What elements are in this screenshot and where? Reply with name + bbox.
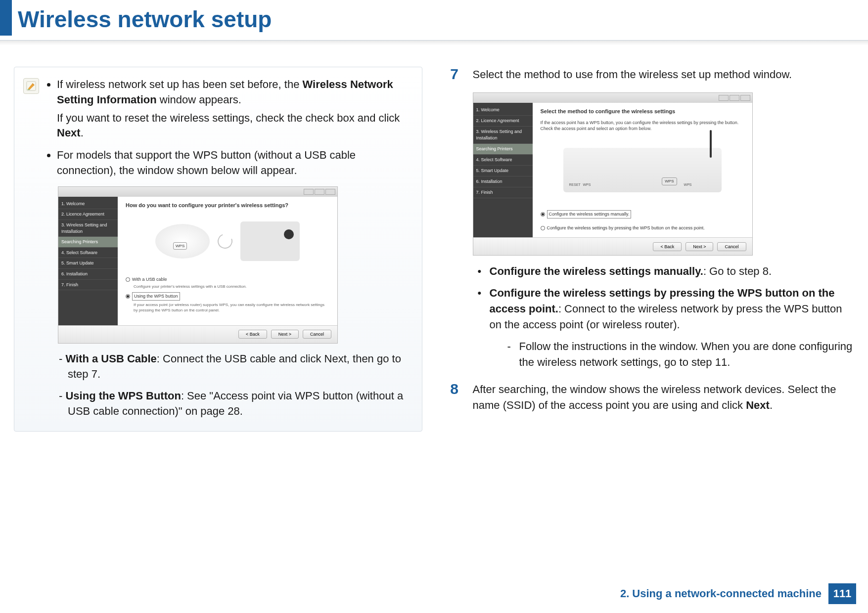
wizard-step-item: 3. Wireless Setting and Installation [58,220,118,237]
close-icon [740,95,750,101]
wizard-step-item: 7. Finish [58,280,118,291]
wizard-titlebar [473,93,752,103]
svg-rect-1 [28,89,30,89]
next-button: Next > [271,330,299,339]
note-bullet-2: For models that support the WPS button (… [57,148,413,178]
wizard-step-item-active: Searching Printers [58,237,118,248]
wizard-step-item: 4. Select Software [473,155,533,166]
step-7-bullet-manual: Configure the wireless settings manually… [473,263,855,279]
wizard-step-item: 5. Smart Update [58,258,118,269]
wizard-step-item: 1. Welcome [58,199,118,210]
note-icon [23,78,39,94]
note-bullet-1: If wireless network set up has been set … [57,77,413,141]
wizard-radio-press-wps: Configure the wireless settings by press… [541,225,744,231]
wizard-device-illustration: RESET WPS WPS WPS [541,138,744,202]
cancel-button: Cancel [303,330,331,339]
step-number: 7 [446,67,463,82]
printer-icon: WPS [240,221,300,261]
header-divider [0,41,868,45]
wizard-screenshot-2: 1. Welcome 2. Licence Agreement 3. Wirel… [473,92,753,256]
wizard-screenshot-1: 1. Welcome 2. Licence Agreement 3. Wirel… [58,186,338,344]
sub-item-wps: Using the WPS Button: See "Access point … [68,389,413,419]
content-columns: If wireless network set up has been set … [0,47,868,432]
wizard-side-steps: 1. Welcome 2. Licence Agreement 3. Wirel… [58,197,118,325]
wizard-step-item: 3. Wireless Setting and Installation [473,127,533,144]
refresh-icon [215,231,235,251]
wizard-device-illustration: WPS WPS [126,214,329,268]
minimize-icon [304,189,314,195]
wizard-step-item: 4. Select Software [58,248,118,259]
step-8: 8 After searching, the window shows the … [446,382,855,413]
wizard-step-item: 2. Licence Agreement [473,116,533,127]
page-number: 111 [828,583,856,604]
sub-item-usb: With a USB Cable: Connect the USB cable … [68,351,413,382]
step-7-dash-item: Follow the instructions in the window. W… [490,339,855,370]
wizard-step-item: 6. Installation [473,176,533,187]
step-7-intro: Select the method to use from the wirele… [473,67,855,83]
left-column: If wireless network set up has been set … [14,67,422,432]
radio-selected-icon [126,294,130,299]
page-header: Wireless network setup [0,0,868,47]
note-body: If wireless network set up has been set … [46,76,413,419]
note-block: If wireless network set up has been set … [14,67,422,432]
wizard-step-item: 7. Finish [473,187,533,198]
wizard-step-item: 5. Smart Update [473,166,533,176]
radio-icon [541,226,545,230]
step-7-bullets: Configure the wireless settings manually… [473,263,855,370]
wizard-heading: Select the method to configure the wirel… [541,108,744,116]
router-icon: WPS [155,224,210,259]
close-icon [325,189,335,195]
wizard-radio-usb: With a USB cable Configure your printer'… [126,276,329,289]
maximize-icon [315,189,324,195]
right-column: 7 Select the method to use from the wire… [446,67,855,432]
wizard-step-item: 6. Installation [58,269,118,280]
page-title: Wireless network setup [0,0,868,33]
wizard-step-item: 1. Welcome [473,105,533,116]
footer-chapter-title: 2. Using a network-connected machine [620,587,828,600]
wizard-description: If the access point has a WPS button, yo… [541,120,744,132]
note-bullet-1-line2: If you want to reset the wireless settin… [57,111,413,141]
antenna-icon [710,130,712,158]
wizard-main-panel: How do you want to configure your printe… [118,197,337,325]
note-sub-list: With a USB Cable: Connect the USB cable … [59,351,413,419]
minimize-icon [719,95,729,101]
next-button: Next > [685,242,713,251]
wizard-heading: How do you want to configure your printe… [126,202,329,209]
wizard-step-item: 2. Licence Agreement [58,209,118,220]
step-7-bullet-wps: Configure the wireless settings by press… [473,285,855,370]
wizard-titlebar [58,187,337,197]
back-button: < Back [238,330,267,339]
wizard-main-panel: Select the method to configure the wirel… [533,103,752,237]
header-tab-accent [0,0,12,36]
wizard-radio-manual: Configure the wireless settings manually… [541,210,744,219]
maximize-icon [730,95,739,101]
wizard-radio-wps: Using the WPS button If your access poin… [126,292,329,313]
step-8-text: After searching, the window shows the wi… [473,382,855,413]
wizard-button-row: < Back Next > Cancel [58,325,337,343]
router-device-icon: RESET WPS WPS WPS [563,148,722,192]
step-7: 7 Select the method to use from the wire… [446,67,855,370]
step-number: 8 [446,382,463,396]
radio-icon [126,277,130,282]
cancel-button: Cancel [717,242,746,251]
wizard-button-row: < Back Next > Cancel [473,237,752,255]
back-button: < Back [653,242,682,251]
page-footer: 2. Using a network-connected machine 111 [620,583,856,604]
radio-selected-icon [541,212,545,217]
wizard-side-steps: 1. Welcome 2. Licence Agreement 3. Wirel… [473,103,533,237]
wizard-step-item-active: Searching Printers [473,144,533,155]
